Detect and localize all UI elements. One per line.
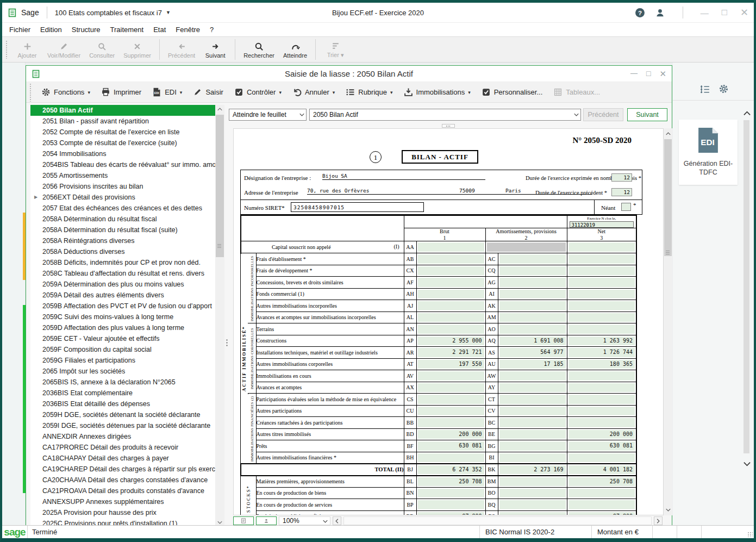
- help-icon[interactable]: ?: [635, 8, 645, 18]
- amount-field[interactable]: [568, 407, 635, 416]
- amount-field[interactable]: [568, 418, 635, 427]
- scrollbar-thumb[interactable]: [216, 115, 224, 257]
- horizontal-scrollbar[interactable]: [343, 516, 652, 525]
- voir-modifier-button[interactable]: Voir/Modifier: [43, 38, 85, 61]
- scroll-down-icon[interactable]: [741, 458, 752, 470]
- feuillet-item[interactable]: 2036BIS Etat complémentaire: [30, 388, 215, 398]
- amount-field[interactable]: [499, 325, 566, 334]
- scroll-up-icon[interactable]: [215, 105, 224, 114]
- feuillet-item[interactable]: 2058C Tableau d'affectation du résultat …: [30, 268, 215, 279]
- scrollbar-thumb[interactable]: [664, 139, 672, 256]
- menu-fen-tre[interactable]: Fenêtre: [171, 23, 205, 37]
- feuillet-item[interactable]: 2059B Affectation des PVCT et PV de fusi…: [30, 301, 215, 312]
- imprimer-button[interactable]: Imprimer: [96, 85, 146, 99]
- product-selector[interactable]: 100 Etats comptables et fiscaux i7 ▼: [55, 9, 171, 17]
- amount-field[interactable]: [499, 313, 566, 322]
- feuillet-item[interactable]: 2025A Provision pour hausse des prix: [30, 507, 215, 518]
- amount-field[interactable]: [499, 512, 566, 516]
- feuillet-item[interactable]: 2050 Bilan Actif: [30, 105, 215, 116]
- panel-scrollbar[interactable]: [741, 63, 752, 525]
- rubrique-button[interactable]: Rubrique▾: [341, 85, 397, 99]
- sidebar-scrollbar[interactable]: [215, 105, 224, 527]
- amount-field[interactable]: 6 274 352: [418, 465, 484, 474]
- feuillet-item[interactable]: ▶2056EXT Détail des provisions: [30, 192, 215, 203]
- amount-field[interactable]: 250 708: [418, 477, 484, 486]
- feuillet-item[interactable]: CA19CHAREP Détail des charges à répartir…: [30, 464, 215, 475]
- generation-edi-tdfc-button[interactable]: EDI Génération EDI-TDFC: [679, 120, 738, 185]
- feuillet-item[interactable]: CA20CHAAVA Détail des charges constatées…: [30, 475, 215, 485]
- form-scrollbar[interactable]: [664, 128, 672, 515]
- amount-field[interactable]: [418, 383, 484, 393]
- amount-field[interactable]: [568, 395, 635, 404]
- amount-field[interactable]: [418, 418, 484, 427]
- feuillet-item[interactable]: 2059F Composition du capital social: [30, 344, 215, 355]
- amount-field[interactable]: 17 185: [499, 360, 566, 369]
- feuillet-item[interactable]: 2054 Immobilisations: [30, 148, 215, 159]
- menu-etat[interactable]: Etat: [148, 23, 171, 37]
- amount-field[interactable]: 1 726 744: [568, 348, 635, 357]
- amount-field[interactable]: [499, 407, 566, 416]
- edi-button[interactable]: EDIEDI▾: [147, 85, 187, 99]
- amount-field[interactable]: 2 955 000: [418, 337, 484, 346]
- feuillet-item[interactable]: 2058A Déductions diverses: [30, 246, 215, 257]
- feuillet-item[interactable]: 2059E CET - Valeur ajoutée et effectifs: [30, 333, 215, 344]
- toolbar-drag-handle[interactable]: [29, 83, 32, 102]
- amount-field[interactable]: [568, 266, 635, 276]
- feuillet-item[interactable]: 2051 Bilan - passif avant répartition: [30, 116, 215, 127]
- toolbar-drag-handle[interactable]: [5, 40, 8, 59]
- immobilisations-button[interactable]: Immobilisations▾: [399, 85, 476, 99]
- minimize-button[interactable]: —: [630, 69, 638, 79]
- amount-field[interactable]: [418, 242, 484, 252]
- amount-field[interactable]: [499, 371, 566, 381]
- amount-field[interactable]: [418, 278, 484, 287]
- amount-field[interactable]: 1 263 992: [568, 337, 635, 346]
- fonctions-button[interactable]: Fonctions▾: [36, 85, 95, 99]
- previous-sheet-button[interactable]: Précédent: [583, 108, 623, 121]
- amount-field[interactable]: [418, 407, 484, 416]
- amount-field[interactable]: [568, 383, 635, 393]
- consulter-button[interactable]: Consulter: [85, 38, 119, 61]
- amount-field[interactable]: [568, 254, 635, 264]
- personnaliser-button[interactable]: Personnaliser...: [477, 85, 548, 99]
- amount-field[interactable]: [568, 371, 635, 381]
- user-icon[interactable]: [655, 8, 665, 18]
- amount-field[interactable]: [418, 325, 484, 334]
- gear-icon[interactable]: [718, 84, 729, 94]
- feuillet-item[interactable]: 2057 Etat des échéances des créances et …: [30, 203, 215, 214]
- feuillet-item[interactable]: 2059G Filiales et participations: [30, 355, 215, 366]
- feuillet-item[interactable]: 2052 Compte de résultat de l'exercice en…: [30, 127, 215, 138]
- menu-edition[interactable]: Edition: [35, 23, 67, 37]
- supprimer-button[interactable]: Supprimer: [119, 38, 155, 61]
- menu-fichier[interactable]: Fichier: [4, 23, 35, 37]
- amount-field[interactable]: 1 691 008: [499, 337, 566, 346]
- feuillet-item[interactable]: 2059A Détail des autres éléments divers: [30, 290, 215, 301]
- current-sheet-select[interactable]: 2050 Bilan Actif: [309, 109, 581, 121]
- amount-field[interactable]: [568, 301, 635, 310]
- amount-field[interactable]: 180 365: [568, 360, 635, 369]
- feuillet-item[interactable]: CA21PROAVA Détail des produits constatés…: [30, 485, 215, 496]
- amount-field[interactable]: [499, 453, 566, 462]
- amount-field[interactable]: [499, 489, 566, 498]
- suivant-button[interactable]: Suivant: [199, 38, 231, 61]
- feuillet-item[interactable]: 2059C Suivi des moins-values à long term…: [30, 312, 215, 322]
- duree-field[interactable]: 12: [611, 173, 632, 182]
- vertical-splitter[interactable]: [226, 105, 228, 527]
- feuillet-item[interactable]: 2058A Réintégrations diverses: [30, 235, 215, 246]
- amount-field[interactable]: [499, 290, 566, 299]
- annuler-button[interactable]: Annuler▾: [288, 85, 340, 99]
- feuillet-item[interactable]: ANNEXDIR Annexes dirigées: [30, 431, 215, 442]
- amount-field[interactable]: [499, 254, 566, 264]
- amount-field[interactable]: [499, 477, 566, 486]
- scroll-up-icon[interactable]: [741, 107, 752, 119]
- address-field[interactable]: 70, rue des Orfèvres: [307, 188, 459, 195]
- zoom-select[interactable]: 100%: [279, 516, 330, 525]
- amount-field[interactable]: [568, 290, 635, 299]
- designation-field[interactable]: Bijou SA: [322, 173, 485, 180]
- amount-field[interactable]: [418, 301, 484, 310]
- minimize-button[interactable]: —: [701, 8, 709, 17]
- amount-field[interactable]: [418, 489, 484, 498]
- contr-ler-button[interactable]: Contrôler▾: [229, 85, 286, 99]
- amount-field[interactable]: 630 081: [568, 441, 635, 451]
- amount-field[interactable]: [499, 500, 566, 509]
- amount-field[interactable]: [499, 430, 566, 439]
